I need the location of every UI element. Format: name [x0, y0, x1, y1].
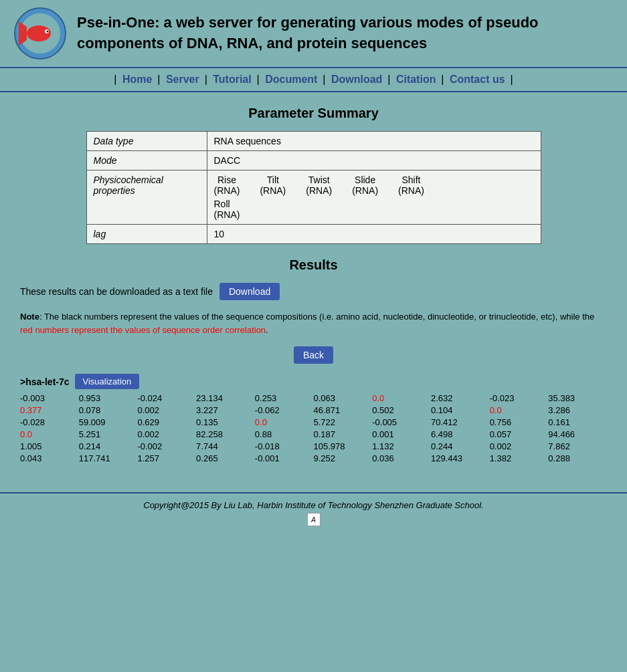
footer: Copyright@2015 By Liu Lab, Harbin Instit… — [0, 492, 627, 533]
data-cell: 1.382 — [490, 453, 549, 463]
data-cell: -0.028 — [20, 417, 79, 427]
data-rows-container: -0.0030.953-0.02423.1340.2530.0630.02.63… — [20, 393, 607, 463]
data-cell: 7.862 — [548, 441, 607, 451]
download-row: These results can be downloaded as a tex… — [20, 283, 607, 300]
data-row: -0.0030.953-0.02423.1340.2530.0630.02.63… — [20, 393, 607, 403]
data-cell: 0.002 — [490, 441, 549, 451]
data-cell: 129.443 — [431, 453, 490, 463]
label-mode: Mode — [86, 151, 207, 171]
data-row: 0.3770.0780.0023.227-0.06246.8710.5020.1… — [20, 405, 607, 415]
data-cell: 7.744 — [196, 441, 255, 451]
data-cell: 0.0 — [255, 417, 314, 427]
results-title: Results — [20, 257, 607, 273]
logo — [13, 7, 67, 60]
data-cell: 0.288 — [548, 453, 607, 463]
data-cell: 0.253 — [255, 393, 314, 403]
seq-header-row: >hsa-let-7c Visualization — [20, 374, 607, 389]
prop-roll-row: Roll(RNA) — [214, 199, 534, 220]
data-cell: 3.227 — [196, 405, 255, 415]
data-row: 1.0050.214-0.0027.744-0.018105.9781.1320… — [20, 441, 607, 451]
nav-citation[interactable]: Citation — [396, 74, 436, 85]
data-cell: 0.002 — [137, 405, 196, 415]
data-cell: 0.629 — [137, 417, 196, 427]
data-cell: 0.244 — [431, 441, 490, 451]
data-cell: -0.003 — [20, 393, 79, 403]
data-cell: 5.722 — [314, 417, 373, 427]
data-cell: 2.632 — [431, 393, 490, 403]
data-cell: 82.258 — [196, 429, 255, 439]
data-cell: 0.001 — [372, 429, 431, 439]
footer-text: Copyright@2015 By Liu Lab, Harbin Instit… — [143, 500, 484, 510]
physico-props: Rise(RNA) Tilt(RNA) Twist(RNA) Slide(RNA… — [214, 175, 534, 196]
data-cell: -0.001 — [255, 453, 314, 463]
nav-home[interactable]: Home — [122, 74, 152, 85]
label-physico: Physicochemical properties — [86, 171, 207, 225]
back-button[interactable]: Back — [294, 346, 333, 364]
download-text: These results can be downloaded as a tex… — [20, 286, 213, 297]
data-cell: 94.466 — [548, 429, 607, 439]
svg-point-2 — [27, 25, 51, 41]
prop-tilt: Tilt(RNA) — [260, 175, 286, 196]
nav-tutorial[interactable]: Tutorial — [213, 74, 251, 85]
svg-point-5 — [47, 31, 49, 33]
site-title: Pse-in-One: a web server for generating … — [77, 13, 614, 54]
nav-server[interactable]: Server — [166, 74, 199, 85]
visualization-button[interactable]: Visualization — [75, 374, 140, 389]
data-cell: 46.871 — [314, 405, 373, 415]
data-cell: 0.88 — [255, 429, 314, 439]
data-cell: 0.043 — [20, 453, 79, 463]
data-cell: 0.161 — [548, 417, 607, 427]
label-lag: lag — [86, 225, 207, 244]
nav-document[interactable]: Document — [265, 74, 317, 85]
prop-shift: Shift(RNA) — [398, 175, 424, 196]
data-cell: 0.036 — [372, 453, 431, 463]
param-summary-title: Parameter Summary — [20, 106, 607, 121]
prop-roll: Roll(RNA) — [214, 199, 240, 220]
data-row: 0.043117.7411.2570.265-0.0019.2520.03612… — [20, 453, 607, 463]
data-cell: 0.104 — [431, 405, 490, 415]
data-cell: 0.502 — [372, 405, 431, 415]
data-cell: 0.0 — [20, 429, 79, 439]
data-cell: 0.187 — [314, 429, 373, 439]
nav-contact[interactable]: Contact us — [450, 74, 505, 85]
sequence-label: >hsa-let-7c — [20, 376, 70, 387]
note-text: Note: The black numbers represent the va… — [20, 310, 607, 336]
table-row-datatype: Data type RNA sequences — [86, 132, 541, 151]
data-cell: 6.498 — [431, 429, 490, 439]
data-cell: -0.005 — [372, 417, 431, 427]
data-cell: 9.252 — [314, 453, 373, 463]
data-cell: 0.002 — [137, 429, 196, 439]
table-row-physico: Physicochemical properties Rise(RNA) Til… — [86, 171, 541, 225]
data-cell: 0.0 — [372, 393, 431, 403]
data-cell: 0.265 — [196, 453, 255, 463]
data-cell: 0.377 — [20, 405, 79, 415]
data-cell: 0.756 — [490, 417, 549, 427]
prop-slide: Slide(RNA) — [352, 175, 378, 196]
data-cell: 0.057 — [490, 429, 549, 439]
footer-icon: A — [307, 513, 321, 526]
data-cell: 3.286 — [548, 405, 607, 415]
data-cell: 0.953 — [79, 393, 138, 403]
data-cell: 23.134 — [196, 393, 255, 403]
data-cell: 1.132 — [372, 441, 431, 451]
data-row: -0.02859.0090.6290.1350.05.722-0.00570.4… — [20, 417, 607, 427]
nav-bar: | Home | Server | Tutorial | Document | … — [0, 67, 627, 92]
param-table: Data type RNA sequences Mode DACC Physic… — [86, 131, 541, 244]
data-cell: 59.009 — [79, 417, 138, 427]
data-cell: 0.078 — [79, 405, 138, 415]
value-datatype: RNA sequences — [207, 132, 541, 151]
data-cell: -0.023 — [490, 393, 549, 403]
data-cell: 0.214 — [79, 441, 138, 451]
header: Pse-in-One: a web server for generating … — [0, 0, 627, 67]
nav-separator: | — [114, 74, 120, 85]
prop-twist: Twist(RNA) — [306, 175, 332, 196]
nav-download[interactable]: Download — [331, 74, 382, 85]
data-cell: 0.135 — [196, 417, 255, 427]
main-content: Parameter Summary Data type RNA sequence… — [0, 92, 627, 479]
download-button[interactable]: Download — [219, 283, 280, 300]
data-cell: 0.063 — [314, 393, 373, 403]
value-lag: 10 — [207, 225, 541, 244]
data-cell: 117.741 — [79, 453, 138, 463]
table-row-mode: Mode DACC — [86, 151, 541, 171]
data-cell: -0.024 — [137, 393, 196, 403]
